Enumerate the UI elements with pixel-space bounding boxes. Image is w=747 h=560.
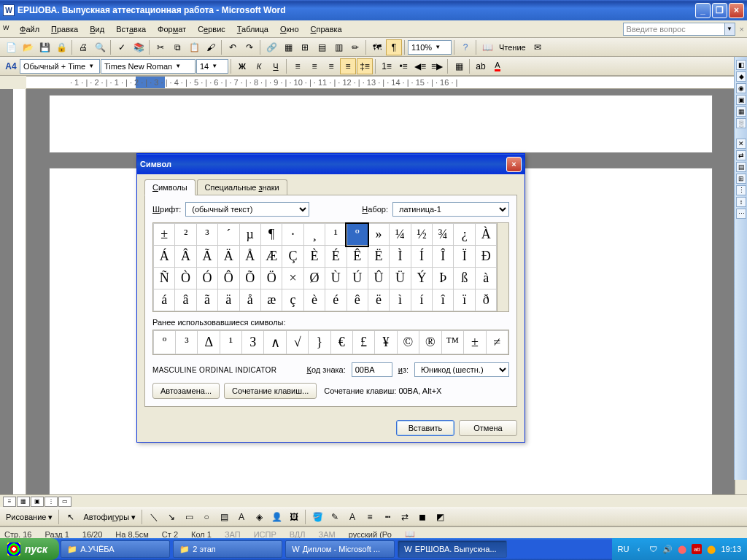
from-select[interactable]: Юникод (шестн.)	[414, 362, 509, 377]
menu-insert[interactable]: Вставка	[111, 23, 151, 36]
symbol-cell[interactable]: ð	[475, 289, 497, 311]
tables-borders-icon[interactable]: ▦	[280, 39, 296, 55]
symbol-cell[interactable]: Ç	[282, 246, 303, 268]
side-icon[interactable]: ↕	[736, 197, 746, 207]
recent-symbol-cell[interactable]: £	[352, 331, 374, 354]
symbol-cell[interactable]: ¼	[390, 224, 411, 246]
minimize-button[interactable]: _	[695, 3, 711, 18]
dash-style-icon[interactable]: ┅	[379, 509, 395, 525]
symbol-cell[interactable]: ç	[282, 289, 303, 311]
symbol-cell[interactable]: Ó	[196, 268, 217, 289]
underline-icon[interactable]: Ч	[268, 58, 284, 74]
symbol-cell[interactable]: µ	[239, 224, 260, 246]
autoshapes-menu[interactable]: Автофигуры ▾	[80, 513, 139, 522]
symbol-cell[interactable]: Õ	[239, 268, 260, 289]
highlight-icon[interactable]: ab	[473, 58, 489, 74]
recent-symbol-cell[interactable]: √	[286, 331, 308, 354]
symbol-cell[interactable]: ê	[347, 289, 368, 311]
symbol-cell[interactable]: ²	[175, 224, 196, 246]
close-button[interactable]: ×	[729, 3, 744, 18]
symbol-cell[interactable]: Ô	[218, 268, 239, 289]
side-icon[interactable]: ⇄	[736, 150, 746, 160]
status-lang[interactable]: русский (Ро	[349, 530, 392, 539]
normal-view-icon[interactable]: ≡	[3, 497, 16, 507]
symbol-cell[interactable]: º	[347, 224, 368, 246]
symbol-cell[interactable]: ×	[282, 268, 303, 289]
cut-icon[interactable]: ✂	[152, 39, 169, 55]
tab-symbols[interactable]: Символы	[144, 179, 196, 195]
size-combo[interactable]: 14▼	[196, 59, 228, 74]
clipart-icon[interactable]: 👤	[268, 509, 285, 525]
arrow-icon[interactable]: ↘	[163, 509, 179, 525]
symbol-cell[interactable]: Ê	[347, 246, 368, 268]
symbol-cell[interactable]: ½	[411, 224, 432, 246]
task-folder-1[interactable]: 📁 А.УЧЁБА	[61, 540, 170, 558]
symbol-cell[interactable]: î	[433, 289, 454, 311]
line-color-icon[interactable]: ✎	[327, 509, 343, 525]
symbol-cell[interactable]: ¹	[325, 224, 347, 246]
code-input[interactable]	[352, 362, 392, 377]
symbol-cell[interactable]: Ø	[303, 268, 325, 289]
3d-icon[interactable]: ◩	[432, 509, 448, 525]
insert-table-icon[interactable]: ⊞	[297, 39, 313, 55]
tray-icon[interactable]: 🔊	[662, 544, 673, 554]
show-marks-icon[interactable]: ¶	[386, 39, 402, 55]
italic-icon[interactable]: К	[251, 58, 267, 74]
status-rec[interactable]: ЗАП	[225, 530, 241, 539]
symbol-cell[interactable]: Ä	[218, 246, 239, 268]
reading-view-icon[interactable]: ▭	[58, 497, 71, 507]
symbol-cell[interactable]: Î	[433, 246, 454, 268]
autocorrect-button[interactable]: Автозамена...	[152, 383, 220, 399]
line-icon[interactable]: ＼	[146, 509, 162, 525]
oval-icon[interactable]: ○	[198, 509, 214, 525]
picture-icon[interactable]: 🖼	[286, 509, 302, 525]
hyperlink-icon[interactable]: 🔗	[263, 39, 279, 55]
recent-symbol-cell[interactable]: ™	[441, 331, 464, 354]
numbering-icon[interactable]: 1≡	[379, 58, 395, 74]
symbol-cell[interactable]: Ü	[390, 268, 411, 289]
outdent-icon[interactable]: ◀≡	[412, 58, 428, 74]
recent-symbol-cell[interactable]: ¥	[375, 331, 397, 354]
menu-view[interactable]: Вид	[85, 23, 109, 36]
shadow-icon[interactable]: ◼	[414, 509, 430, 525]
symbol-cell[interactable]: ã	[196, 289, 217, 311]
print-icon[interactable]: 🖨	[75, 39, 91, 55]
task-folder-2[interactable]: 📁 2 этап	[173, 540, 282, 558]
set-select[interactable]: латиница-1	[392, 202, 509, 217]
recent-symbol-cell[interactable]: º	[154, 331, 176, 354]
font-color-icon[interactable]: A	[489, 58, 506, 74]
tray-chevron-icon[interactable]: ‹	[633, 544, 643, 554]
recent-symbol-cell[interactable]: Δ	[198, 331, 220, 354]
recent-symbol-cell[interactable]: ∧	[264, 331, 286, 354]
side-icon[interactable]: ░	[736, 118, 746, 128]
recent-symbol-cell[interactable]: ±	[464, 331, 486, 354]
align-center-icon[interactable]: ≡	[306, 58, 322, 74]
menu-table[interactable]: Таблица	[232, 23, 274, 36]
symbol-cell[interactable]: æ	[260, 289, 282, 311]
symbol-cell[interactable]: È	[303, 246, 325, 268]
select-icon[interactable]: ↖	[63, 509, 79, 525]
recent-symbol-cell[interactable]: ¹	[220, 331, 241, 354]
grid-scrollbar[interactable]	[497, 223, 508, 311]
recent-symbol-cell[interactable]: ®	[419, 331, 441, 354]
styles-pane-icon[interactable]: A4	[3, 58, 19, 74]
save-icon[interactable]: 💾	[36, 39, 53, 55]
columns-icon[interactable]: ▥	[330, 39, 347, 55]
tab-special[interactable]: Специальные знаки	[197, 179, 287, 195]
symbol-cell[interactable]: Ò	[175, 268, 196, 289]
side-icon[interactable]: ⋯	[736, 209, 746, 219]
dialog-close-button[interactable]: ×	[506, 157, 522, 172]
recent-symbol-cell[interactable]: €	[330, 331, 352, 354]
symbol-cell[interactable]: Þ	[433, 268, 454, 289]
side-icon[interactable]: ◧	[736, 60, 746, 70]
copy-icon[interactable]: ⧉	[169, 39, 185, 55]
align-right-icon[interactable]: ≡	[323, 58, 339, 74]
style-combo[interactable]: Обычный + Time▼	[20, 59, 100, 74]
shortcut-button[interactable]: Сочетание клавиш...	[224, 383, 317, 399]
symbol-cell[interactable]: Â	[175, 246, 196, 268]
reading-label[interactable]: Чтение	[496, 43, 529, 52]
ask-box[interactable]: ▼ ×	[623, 23, 744, 36]
fill-color-icon[interactable]: 🪣	[309, 509, 325, 525]
preview-icon[interactable]: 🔍	[92, 39, 108, 55]
symbol-cell[interactable]: ì	[390, 289, 411, 311]
